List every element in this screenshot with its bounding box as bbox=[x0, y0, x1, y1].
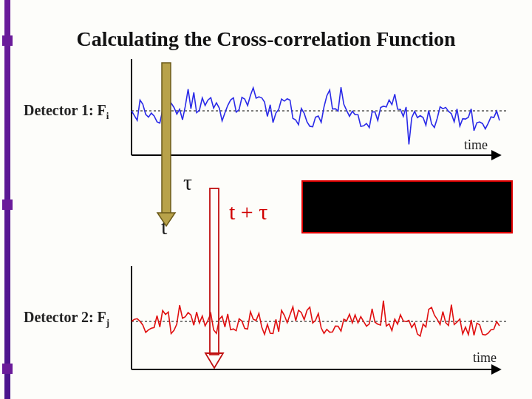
signal-2 bbox=[132, 301, 499, 336]
svg-marker-7 bbox=[157, 213, 175, 226]
svg-marker-9 bbox=[205, 353, 223, 368]
signal-1 bbox=[132, 87, 499, 144]
marker-t bbox=[157, 63, 175, 226]
svg-rect-6 bbox=[162, 63, 171, 214]
plot2-axes bbox=[132, 266, 508, 369]
diagram-svg bbox=[0, 0, 532, 399]
marker-t-plus-tau bbox=[205, 188, 223, 368]
plot1-axes bbox=[132, 59, 508, 155]
